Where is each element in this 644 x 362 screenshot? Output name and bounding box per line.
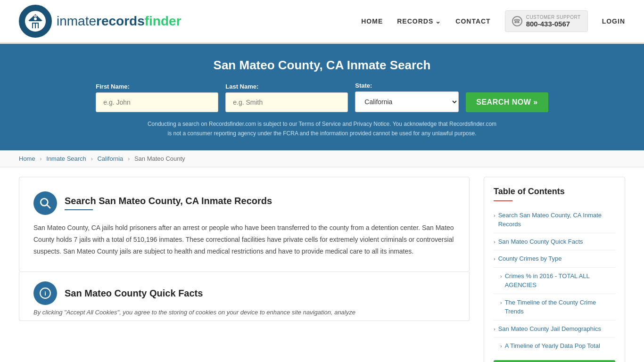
chevron-right-icon-6: ›: [500, 342, 502, 350]
nav-contact[interactable]: CONTACT: [455, 17, 490, 25]
svg-line-9: [47, 205, 50, 208]
breadcrumb-sep-3: ›: [128, 155, 130, 162]
breadcrumb-current: San Mateo County: [134, 155, 185, 162]
section-body-1: San Mateo County, CA jails hold prisoner…: [33, 222, 455, 258]
content-left: Search San Mateo County, CA Inmate Recor…: [19, 177, 484, 321]
breadcrumb-home[interactable]: Home: [19, 155, 35, 162]
chevron-right-icon-4: ›: [500, 299, 502, 307]
logo-icon: [19, 5, 52, 38]
state-label: State:: [355, 82, 372, 89]
first-name-input[interactable]: [96, 92, 218, 112]
toc-divider-0: [494, 233, 615, 233]
search-form: First Name: Last Name: State: California…: [19, 82, 625, 112]
breadcrumb: Home › Inmate Search › California › San …: [0, 150, 644, 167]
last-name-input[interactable]: [225, 92, 348, 112]
toc-item-4[interactable]: › The Timeline of the County Crime Trend…: [494, 295, 615, 319]
customer-support-box: ☎ CUSTOMER SUPPORT 800-433-0567: [505, 10, 588, 32]
breadcrumb-california[interactable]: California: [97, 155, 123, 162]
state-group: State: California: [355, 82, 459, 112]
cookie-notice: By clicking "Accept All Cookies", you ag…: [33, 305, 455, 316]
sidebar-search-button[interactable]: SEARCH NOW »: [494, 360, 615, 362]
section-title-wrap-1: Search San Mateo County, CA Inmate Recor…: [65, 196, 272, 210]
first-name-group: First Name:: [96, 83, 218, 112]
chevron-down-icon: ⌄: [435, 17, 441, 25]
site-header: inmaterecordsfinder HOME RECORDS ⌄ CONTA…: [0, 0, 644, 44]
search-icon-circle: [33, 191, 57, 215]
toc-divider-2: [494, 267, 615, 268]
chevron-right-icon-2: ›: [494, 255, 495, 263]
toc-divider-1: [494, 250, 615, 250]
toc-divider-4: [494, 320, 615, 321]
section-header-2: i San Mateo County Quick Facts: [33, 281, 455, 305]
section-quick-facts: i San Mateo County Quick Facts By clicki…: [19, 272, 470, 321]
toc-title: Table of Contents: [494, 187, 615, 197]
toc-link-4[interactable]: The Timeline of the County Crime Trends: [505, 298, 615, 316]
toc-item-3[interactable]: › Crimes % in 2016 - TOTAL ALL AGENCIES: [494, 269, 615, 293]
chevron-right-icon-1: ›: [494, 238, 495, 246]
sidebar-toc: Table of Contents › Search San Mateo Cou…: [484, 177, 625, 362]
first-name-label: First Name:: [96, 83, 130, 90]
toc-card: Table of Contents › Search San Mateo Cou…: [484, 177, 625, 362]
toc-link-2[interactable]: County Crimes by Type: [498, 254, 562, 263]
breadcrumb-sep-2: ›: [91, 155, 92, 162]
search-banner: San Mateo County, CA Inmate Search First…: [0, 44, 644, 150]
logo-text: inmaterecordsfinder: [57, 14, 182, 29]
logo-area: inmaterecordsfinder: [19, 5, 182, 38]
toc-link-0[interactable]: Search San Mateo County, CA Inmate Recor…: [498, 211, 615, 229]
section-title-underline-1: [65, 209, 93, 210]
toc-link-6[interactable]: A Timeline of Yearly Data Pop Total: [505, 341, 600, 351]
nav-home[interactable]: HOME: [361, 17, 383, 25]
svg-text:i: i: [44, 290, 46, 297]
last-name-label: Last Name:: [225, 83, 258, 90]
state-select[interactable]: California: [355, 91, 459, 112]
info-icon-circle: i: [33, 281, 57, 305]
headset-icon: ☎: [512, 16, 522, 26]
disclaimer-text: Conducting a search on Recordsfinder.com…: [145, 119, 499, 139]
toc-item-1[interactable]: › San Mateo County Quick Facts: [494, 234, 615, 249]
last-name-group: Last Name:: [225, 83, 348, 112]
toc-item-0[interactable]: › Search San Mateo County, CA Inmate Rec…: [494, 208, 615, 232]
section-title-1: Search San Mateo County, CA Inmate Recor…: [65, 196, 272, 206]
chevron-right-icon-3: ›: [500, 272, 502, 280]
toc-item-5[interactable]: › San Mateo County Jail Demographics: [494, 321, 615, 337]
svg-point-8: [41, 198, 48, 206]
section-title-2: San Mateo County Quick Facts: [65, 288, 203, 299]
support-info: CUSTOMER SUPPORT 800-433-0567: [526, 15, 581, 28]
svg-rect-5: [34, 15, 37, 17]
main-nav: HOME RECORDS ⌄ CONTACT ☎ CUSTOMER SUPPOR…: [361, 10, 625, 32]
toc-link-5[interactable]: San Mateo County Jail Demographics: [498, 324, 601, 334]
section-header-1: Search San Mateo County, CA Inmate Recor…: [33, 191, 455, 215]
toc-link-1[interactable]: San Mateo County Quick Facts: [498, 237, 583, 247]
svg-rect-3: [36, 24, 38, 28]
section-inmate-records: Search San Mateo County, CA Inmate Recor…: [19, 177, 470, 272]
banner-title: San Mateo County, CA Inmate Search: [19, 58, 625, 73]
toc-link-3[interactable]: Crimes % in 2016 - TOTAL ALL AGENCIES: [505, 272, 615, 290]
breadcrumb-inmate-search[interactable]: Inmate Search: [46, 155, 86, 162]
main-content: Search San Mateo County, CA Inmate Recor…: [0, 167, 644, 362]
nav-records[interactable]: RECORDS ⌄: [397, 17, 441, 25]
toc-item-2[interactable]: › County Crimes by Type: [494, 251, 615, 266]
toc-item-6[interactable]: › A Timeline of Yearly Data Pop Total: [494, 338, 615, 354]
svg-rect-2: [33, 24, 35, 28]
breadcrumb-sep-1: ›: [40, 155, 41, 162]
toc-divider-3: [494, 294, 615, 294]
toc-divider-5: [494, 337, 615, 337]
nav-login[interactable]: LOGIN: [602, 17, 625, 25]
search-button[interactable]: SEARCH NOW »: [466, 92, 548, 112]
chevron-right-icon-0: ›: [494, 212, 495, 220]
chevron-right-icon-5: ›: [494, 325, 495, 333]
toc-underline: [494, 200, 512, 201]
svg-point-7: [34, 17, 37, 20]
